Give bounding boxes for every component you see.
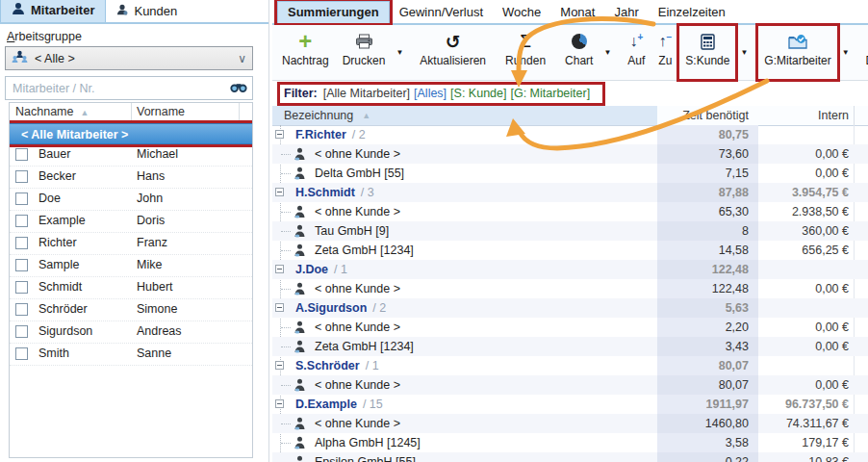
toolbar: +NachtragDrucken▼↺AktualisierenΣRundenCh… <box>272 25 868 81</box>
summary-customer-row[interactable]: Alpha GmbH [1245]3,58179,17 € <box>272 433 868 452</box>
auf-button[interactable]: ↓+Auf <box>621 25 651 80</box>
employee-list-header[interactable]: Nachname▲ Vorname <box>10 103 252 123</box>
employee-row[interactable]: DoeJohn <box>10 189 252 211</box>
drucken-button[interactable]: Drucken <box>336 25 393 80</box>
checkbox[interactable] <box>15 281 28 294</box>
checkbox[interactable] <box>15 259 28 271</box>
tab-jahr[interactable]: Jahr <box>604 2 648 23</box>
tab-einzelzeiten[interactable]: Einzelzeiten <box>649 2 735 23</box>
s-kunde-dropdown-caret[interactable]: ▼ <box>736 25 752 80</box>
filter-segment: [Alles] <box>414 87 447 100</box>
employee-row[interactable]: BeckerHans <box>10 167 252 189</box>
summary-group-row[interactable]: F.Richter/ 280,75 <box>272 125 868 144</box>
summary-customer-row[interactable]: < ohne Kunde >73,600,00 € <box>272 144 868 164</box>
summary-customer-row[interactable]: Delta GmbH [55]7,150,00 € <box>272 164 868 183</box>
summary-group-row[interactable]: D.Example/ 151911,9796.737,50 € <box>272 395 868 414</box>
employee-row[interactable]: BauerMichael <box>10 144 252 167</box>
binoculars-icon[interactable] <box>230 81 247 96</box>
time-tracking-window: Mitarbeiter Kunden Arbeitsgruppe < Alle … <box>0 0 868 462</box>
arrow-down-plus-icon: ↓+ <box>629 30 643 53</box>
checkbox[interactable] <box>15 237 28 249</box>
tab-mitarbeiter[interactable]: Mitarbeiter <box>0 0 106 22</box>
employee-search-input[interactable] <box>11 81 230 96</box>
checkbox[interactable] <box>15 347 28 360</box>
runden-button[interactable]: ΣRunden <box>498 25 552 80</box>
checkbox[interactable] <box>15 170 28 183</box>
chart-dropdown-caret[interactable]: ▼ <box>600 25 615 80</box>
summary-customer-row[interactable]: Epsilon GmbH [55]0,2210,83 € <box>272 452 868 462</box>
column-nachname[interactable]: Nachname <box>15 105 73 118</box>
column-zeit-benoetigt[interactable]: Zeit benötigt <box>657 106 758 125</box>
checkbox[interactable] <box>15 192 28 205</box>
summary-customer-row[interactable]: Tau GmbH [9]8360,00 € <box>272 221 868 241</box>
summary-customer-row[interactable]: < ohne Kunde >65,302.938,50 € <box>272 202 868 221</box>
collapse-toggle-icon[interactable] <box>275 303 284 312</box>
employee-row[interactable]: RichterFranz <box>10 233 252 255</box>
employee-rows: BauerMichaelBeckerHansDoeJohnExampleDori… <box>10 144 252 366</box>
aktualisieren-button[interactable]: ↺Aktualisieren <box>413 25 493 80</box>
employee-row[interactable]: SampleMike <box>10 255 252 277</box>
employee-row[interactable]: ExampleDoris <box>10 211 252 233</box>
employee-group-name: H.Schmidt/ 3 <box>295 183 374 202</box>
tab-woche[interactable]: Woche <box>493 2 550 23</box>
collapse-toggle-icon[interactable] <box>275 188 284 196</box>
checkbox[interactable] <box>15 303 28 316</box>
filter-segments: [Alle Mitarbeiter][Alles][S: Kunde][G: M… <box>323 87 594 100</box>
tab-kunden[interactable]: Kunden <box>106 1 188 22</box>
g-mitarbeiter-dropdown-caret[interactable]: ▼ <box>838 25 854 80</box>
collapse-toggle-icon[interactable] <box>275 399 284 408</box>
chart-button[interactable]: Chart <box>558 25 600 80</box>
summary-customer-row[interactable]: Zeta GmbH [1234]3,430,00 € <box>272 337 868 356</box>
column-vorname[interactable]: Vorname <box>137 105 185 118</box>
employee-sidebar: Mitarbeiter Kunden Arbeitsgruppe < Alle … <box>0 0 269 462</box>
summary-table: Bezeichnung▲ Zeit benötigt Intern F.Rich… <box>272 106 868 462</box>
employee-row[interactable]: SchmidtHubert <box>10 277 252 299</box>
tree-connector <box>281 250 291 251</box>
summary-group-row[interactable]: J.Doe/ 1122,48 <box>272 260 868 279</box>
customer-name: Zeta GmbH [1234] <box>315 241 414 260</box>
collapse-toggle-icon[interactable] <box>275 361 284 370</box>
tab-summierungen[interactable]: Summierungen <box>277 1 390 23</box>
g-mitarbeiter-button[interactable]: G:Mitarbeiter <box>757 25 837 80</box>
group-icon <box>12 50 28 67</box>
employee-row[interactable]: SchröderSimone <box>10 299 252 321</box>
summary-group-row[interactable]: S.Schröder/ 180,07 <box>272 356 868 375</box>
employee-firstname: Sanne <box>137 346 171 360</box>
collapse-toggle-icon[interactable] <box>275 130 284 139</box>
collapse-toggle-icon[interactable] <box>275 265 284 273</box>
column-intern[interactable]: Intern <box>758 106 854 125</box>
tab-monat[interactable]: Monat <box>550 2 604 23</box>
employee-row-all-selected[interactable]: < Alle Mitarbeiter > <box>10 123 252 144</box>
summary-group-row[interactable]: A.Sigurdson/ 25,63 <box>272 298 868 318</box>
s-kunde-button[interactable]: S:Kunde <box>678 25 736 80</box>
person-icon <box>294 436 306 452</box>
checkbox[interactable] <box>15 148 28 161</box>
workgroup-select[interactable]: < Alle > ∨ <box>5 46 253 70</box>
summary-customer-row[interactable]: < ohne Kunde >2,200,00 € <box>272 318 868 337</box>
employee-lastname: Schmidt <box>38 280 82 294</box>
sidebar-tab-bar: Mitarbeiter Kunden <box>0 0 268 24</box>
intern-value: 0,00 € <box>758 164 854 183</box>
employee-group-name: S.Schröder/ 1 <box>295 356 379 375</box>
intern-value: 96.737,50 € <box>758 395 854 414</box>
checkbox[interactable] <box>15 325 28 338</box>
summary-customer-row[interactable]: < ohne Kunde >122,480,00 € <box>272 279 868 298</box>
aktualisieren-label: Aktualisieren <box>420 54 486 67</box>
entry-count: / 3 <box>361 186 374 199</box>
summary-customer-row[interactable]: < ohne Kunde >1460,8074.311,67 € <box>272 414 868 433</box>
employee-row[interactable]: SigurdsonAndreas <box>10 321 252 344</box>
datu-button[interactable]: Datu <box>859 25 868 80</box>
summary-customer-row[interactable]: < ohne Kunde >80,070,00 € <box>272 375 868 395</box>
tab-gewinn-verlust[interactable]: Gewinn/Verlust <box>390 2 493 23</box>
nachtrag-button[interactable]: +Nachtrag <box>275 25 336 80</box>
customer-name: < ohne Kunde > <box>315 318 400 337</box>
zu-button[interactable]: ↑−Zu <box>651 25 678 80</box>
column-bezeichnung[interactable]: Bezeichnung <box>284 109 353 122</box>
drucken-dropdown-caret[interactable]: ▼ <box>392 25 407 80</box>
checkbox[interactable] <box>15 215 28 227</box>
summary-table-header[interactable]: Bezeichnung▲ Zeit benötigt Intern <box>272 106 868 126</box>
employee-lastname: Becker <box>38 169 76 183</box>
summary-group-row[interactable]: H.Schmidt/ 387,883.954,75 € <box>272 183 868 202</box>
employee-row[interactable]: SmithSanne <box>10 344 252 366</box>
summary-customer-row[interactable]: Zeta GmbH [1234]14,58656,25 € <box>272 241 868 260</box>
